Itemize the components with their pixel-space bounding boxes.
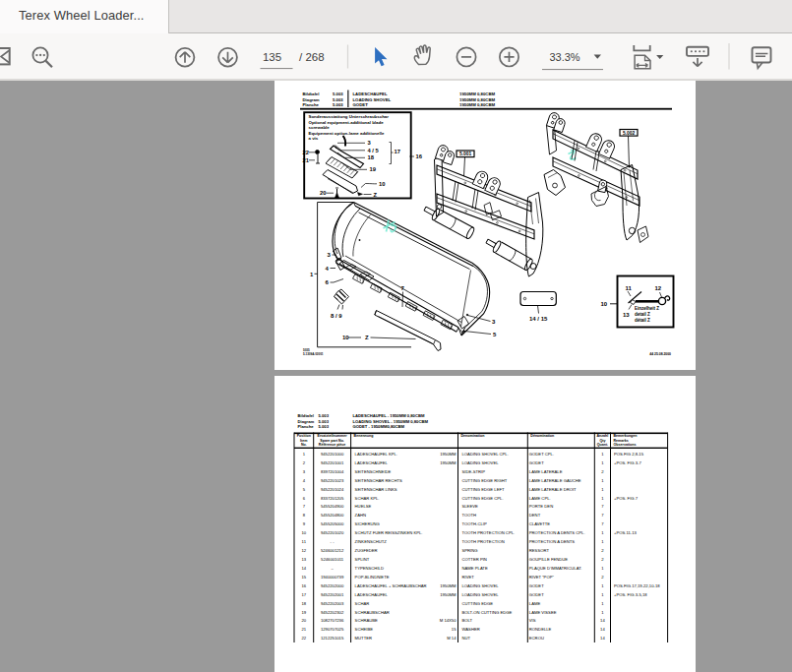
svg-text:5.1309A.03001: 5.1309A.03001: [303, 352, 324, 356]
svg-text:HUELSE: HUELSE: [355, 504, 372, 509]
svg-text:1: 1: [601, 496, 604, 501]
svg-text:9452201024: 9452201024: [321, 487, 344, 492]
svg-text:SCHRAUBSCHAR: SCHRAUBSCHAR: [355, 610, 390, 615]
svg-text:5: 5: [493, 332, 497, 337]
svg-text:5455204900: 5455204900: [321, 504, 344, 509]
svg-text:7: 7: [601, 504, 604, 509]
svg-text:GODET: GODET: [529, 592, 544, 597]
svg-text:ZINKENSCHUTZ: ZINKENSCHUTZ: [355, 539, 388, 544]
svg-text:Z: Z: [374, 192, 378, 198]
svg-text:SLEEVE: SLEEVE: [462, 504, 479, 509]
svg-text:RESSORT: RESSORT: [529, 548, 550, 553]
svg-text:LADESCHAUFEL: LADESCHAUFEL: [355, 592, 389, 597]
svg-text:9452201020: 9452201020: [321, 530, 344, 535]
svg-text:5.003: 5.003: [319, 424, 330, 429]
svg-text:14: 14: [600, 627, 605, 632]
svg-text:SICHERUNG: SICHERUNG: [355, 521, 380, 526]
svg-text:5.003: 5.003: [333, 102, 343, 107]
svg-text:Planche: Planche: [303, 102, 320, 107]
svg-text:+POS. FIG.7: +POS. FIG.7: [614, 496, 639, 501]
svg-text:Sonderausstattung Unterschraub: Sonderausstattung Unterschraubschar: [309, 114, 390, 119]
svg-text:/ 268: / 268: [299, 51, 325, 63]
svg-text:POS.FIG 2,8-15: POS.FIG 2,8-15: [614, 452, 644, 457]
svg-text:LOADING SHOVEL CPL.: LOADING SHOVEL CPL.: [462, 452, 509, 457]
svg-text:SEITENSCHAR RECHTS: SEITENSCHAR RECHTS: [355, 478, 402, 483]
svg-text:1: 1: [601, 452, 604, 457]
svg-text:5.003: 5.003: [333, 92, 343, 96]
svg-text:GODET: GODET: [353, 102, 369, 107]
svg-text:5: 5: [303, 487, 306, 492]
svg-text:9452201000: 9452201000: [321, 452, 344, 457]
svg-text:1: 1: [310, 272, 314, 277]
svg-text:9452202000: 9452202000: [321, 583, 344, 588]
svg-text:SEITENSCHNEIDE: SEITENSCHNEIDE: [355, 469, 392, 474]
svg-text:SEITENSCHAR LINKS: SEITENSCHAR LINKS: [355, 487, 397, 492]
svg-text:20: 20: [320, 190, 326, 196]
svg-text:Einzelheit Z: Einzelheit Z: [635, 306, 659, 311]
svg-text:1: 1: [303, 452, 306, 457]
svg-text:SPRING: SPRING: [462, 548, 478, 553]
svg-text:4 / 5: 4 / 5: [368, 148, 380, 153]
svg-text:detail Z: detail Z: [635, 312, 650, 317]
svg-text:PLAQUE D’IMMATRICULAT.: PLAQUE D’IMMATRICULAT.: [529, 566, 582, 571]
svg-text:Dénomination: Dénomination: [530, 434, 554, 438]
svg-text:COTTER PIN: COTTER PIN: [462, 557, 487, 562]
svg-text:22: 22: [303, 150, 309, 155]
svg-text:5246001212: 5246001212: [321, 548, 344, 553]
svg-text:2: 2: [601, 548, 604, 553]
svg-text:11: 11: [626, 285, 633, 291]
svg-text:1: 1: [601, 460, 604, 465]
svg-text:13: 13: [301, 557, 306, 562]
svg-text:BOLT: BOLT: [462, 618, 473, 623]
svg-text:135: 135: [263, 51, 281, 63]
svg-text:4: 4: [303, 478, 306, 483]
svg-text:7: 7: [303, 504, 306, 509]
svg-text:5.002: 5.002: [623, 131, 636, 136]
svg-text:Z: Z: [365, 335, 369, 340]
svg-text:SCHAR KPL.: SCHAR KPL.: [355, 496, 380, 501]
svg-text:19: 19: [301, 610, 306, 615]
svg-text:TOOTH: TOOTH: [462, 513, 477, 518]
svg-text:1: 1: [601, 566, 604, 571]
svg-text:12: 12: [301, 548, 306, 553]
svg-text:M 14: M 14: [447, 636, 457, 641]
svg-text:NUT: NUT: [462, 636, 471, 641]
svg-text:3: 3: [303, 469, 306, 474]
svg-text:10: 10: [379, 181, 385, 187]
svg-text:GODET: GODET: [529, 583, 544, 588]
svg-text:1: 1: [601, 530, 604, 535]
svg-text:10: 10: [301, 530, 306, 535]
svg-text:WASHER: WASHER: [462, 627, 480, 632]
svg-text:SCHRAUBE: SCHRAUBE: [355, 618, 378, 623]
svg-text:12: 12: [655, 285, 662, 291]
svg-text:14 / 15: 14 / 15: [529, 316, 548, 322]
svg-text:+POS. FIG.3-7: +POS. FIG.3-7: [614, 460, 641, 465]
svg-text:6: 6: [303, 496, 306, 501]
svg-text:1: 1: [601, 610, 604, 615]
svg-text:SPLINT: SPLINT: [355, 557, 370, 562]
svg-text:LOADING SHOVEL - 1950MM 0,80CB: LOADING SHOVEL - 1950MM 0,80CBM: [353, 419, 429, 424]
svg-text:7: 7: [601, 513, 604, 518]
svg-text:33.3%: 33.3%: [549, 51, 579, 63]
svg-text:7: 7: [601, 521, 604, 526]
svg-text:1: 1: [601, 478, 604, 483]
svg-text:Diagram: Diagram: [303, 97, 320, 102]
svg-text:1940000739: 1940000739: [321, 575, 344, 580]
svg-text:2: 2: [303, 460, 306, 465]
svg-text:LOADING SHOVEL: LOADING SHOVEL: [462, 583, 500, 588]
svg-text:PROTECTION A DENTS CPL.: PROTECTION A DENTS CPL.: [529, 530, 585, 535]
svg-text:3: 3: [492, 319, 496, 325]
svg-text:15: 15: [301, 575, 306, 580]
svg-text:5.001: 5.001: [459, 152, 472, 156]
svg-text:SCHAR: SCHAR: [355, 601, 370, 606]
svg-text:RIVET “POP”: RIVET “POP”: [529, 575, 555, 580]
svg-text:PORTE DEN: PORTE DEN: [529, 504, 553, 509]
svg-text:8337201205: 8337201205: [321, 496, 344, 501]
svg-text:2: 2: [601, 575, 604, 580]
svg-text:DENT: DENT: [529, 513, 541, 518]
svg-text:CUTTING EDGE: CUTTING EDGE: [462, 601, 494, 606]
svg-text:9: 9: [303, 521, 306, 526]
svg-text:1: 1: [601, 539, 604, 544]
svg-text:1950MM: 1950MM: [440, 583, 457, 588]
svg-text:5455204800: 5455204800: [321, 513, 344, 518]
